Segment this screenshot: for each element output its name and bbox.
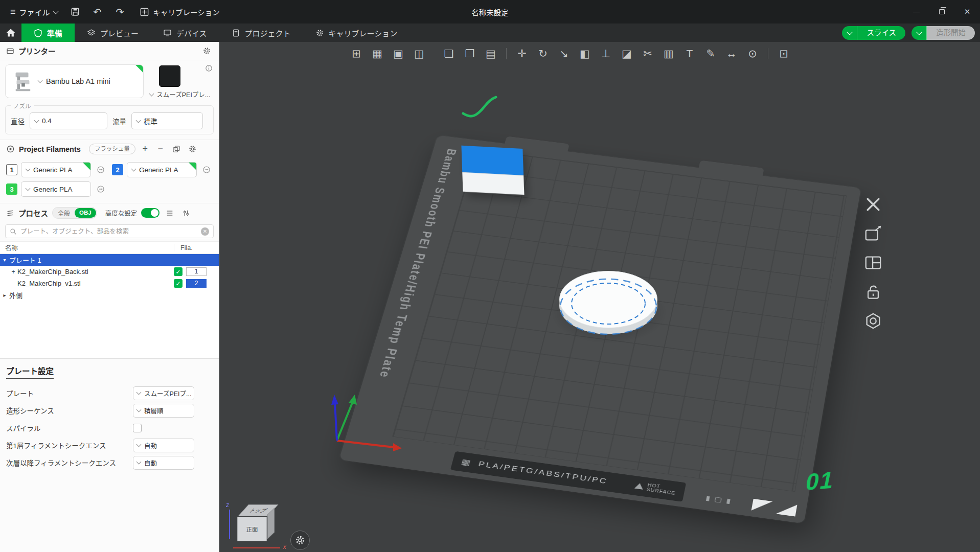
model-flag-chip[interactable] <box>461 146 524 195</box>
lay-flat-icon[interactable]: ⊥ <box>596 44 616 63</box>
row-plate-1[interactable]: ▾ プレート 1 <box>0 254 219 266</box>
seam-icon[interactable]: ⊙ <box>743 44 762 63</box>
filament-2-index[interactable]: 2 <box>112 164 123 175</box>
cut-icon[interactable]: ✂ <box>638 44 657 63</box>
paste-icon[interactable]: ❐ <box>460 44 480 63</box>
add-icon[interactable]: ⊞ <box>347 44 366 63</box>
measure-icon[interactable]: ↔ <box>722 44 741 63</box>
advanced-settings-toggle[interactable] <box>141 208 159 218</box>
row-object-back[interactable]: + K2_MakerChip_Back.stl ✓ 1 <box>0 266 219 278</box>
scope-objects[interactable]: OBJ <box>75 208 96 218</box>
expand-icon[interactable]: + <box>9 268 17 275</box>
first-layer-sequence-select[interactable]: 自動 <box>133 439 194 452</box>
sync-filaments-button[interactable] <box>170 143 183 155</box>
caret-down-icon[interactable]: ▾ <box>0 257 9 263</box>
plate-corner-icons: ▮ ▢ ▮ <box>705 494 732 505</box>
plate-type-select[interactable]: スムーズPEIプ... <box>133 386 194 400</box>
tab-device[interactable]: デバイス <box>151 24 219 42</box>
flow-select[interactable]: 標準 <box>131 112 203 129</box>
print-dropdown[interactable] <box>911 26 927 40</box>
row-group-outer[interactable]: ▸ 外側 <box>0 289 219 301</box>
mirror-icon[interactable]: ◧ <box>575 44 595 63</box>
add-plate-icon[interactable]: ▦ <box>368 44 387 63</box>
filament-2-select[interactable]: Generic PLA <box>127 162 197 177</box>
filament-2-edit-button[interactable] <box>200 164 213 176</box>
assembly-view-icon[interactable]: ⊡ <box>774 44 793 63</box>
print-button[interactable]: 造形開始 <box>911 26 975 40</box>
navcube-front-face[interactable]: 正面 <box>237 517 267 541</box>
toolbar-divider <box>506 48 507 59</box>
parameter-list-button[interactable] <box>164 207 176 219</box>
scale-icon[interactable]: ↘ <box>554 44 574 63</box>
scope-global[interactable]: 全般 <box>53 209 75 217</box>
minimize-button[interactable] <box>903 0 929 24</box>
add-filament-button[interactable]: + <box>140 144 151 154</box>
chevron-down-icon <box>847 29 852 35</box>
filament-settings-button[interactable] <box>187 143 199 155</box>
chevron-down-icon <box>34 118 39 123</box>
sync-plates-icon <box>172 145 180 153</box>
slice-dropdown[interactable] <box>842 26 857 40</box>
viewport-settings-button[interactable] <box>290 531 310 550</box>
variable-layer-icon[interactable]: ▥ <box>659 44 678 63</box>
filament-1-select[interactable]: Generic PLA <box>21 162 91 177</box>
auto-orient-plate-button[interactable] <box>861 221 885 246</box>
auto-orient-icon[interactable]: ▣ <box>389 44 408 63</box>
process-scope-toggle[interactable]: 全般 OBJ <box>52 207 97 219</box>
save-button[interactable] <box>65 3 85 20</box>
filament-3-select[interactable]: Generic PLA <box>21 181 91 197</box>
split-icon[interactable]: ◪ <box>617 44 636 63</box>
print-sequence-select[interactable]: 積層順 <box>133 404 194 418</box>
move-icon[interactable]: ✛ <box>512 44 532 63</box>
caret-right-icon[interactable]: ▸ <box>0 292 9 298</box>
filament-assignment[interactable]: 1 <box>186 267 207 276</box>
remove-filament-button[interactable]: − <box>155 144 166 154</box>
tab-prepare[interactable]: 準備 <box>21 24 75 42</box>
clear-search-button[interactable]: ✕ <box>201 227 209 236</box>
tab-calibration[interactable]: キャリブレーション <box>303 24 410 42</box>
redo-button[interactable]: ↷ <box>110 3 130 20</box>
filament-1-index[interactable]: 1 <box>6 164 17 175</box>
row-object-v1[interactable]: K2_MakerChip_v1.stl ✓ 2 <box>0 278 219 289</box>
restore-button[interactable] <box>929 0 954 24</box>
delete-plate-button[interactable] <box>861 192 885 217</box>
viewport-toolbar: ⊞ ▦ ▣ ◫ ❏ ❐ ▤ ✛ ↻ ↘ ◧ ⊥ ◪ ✂ ▥ T ✎ ↔ ⊙ ⊡ <box>347 44 793 63</box>
text-icon[interactable]: T <box>680 44 699 63</box>
filament-3-index[interactable]: 3 <box>6 183 17 195</box>
filament-assignment[interactable]: 2 <box>186 279 207 288</box>
nozzle-diameter-select[interactable]: 0.4 <box>30 112 107 129</box>
lock-plate-button[interactable] <box>861 280 885 304</box>
copy-icon[interactable]: ❏ <box>439 44 459 63</box>
axis-z-label: z <box>226 501 229 509</box>
import-icon[interactable]: ▤ <box>481 44 500 63</box>
filament-3-edit-button[interactable] <box>95 183 107 195</box>
rotate-icon[interactable]: ↻ <box>533 44 553 63</box>
flush-volume-button[interactable]: フラッシュ量 <box>89 144 135 154</box>
home-button[interactable] <box>0 24 21 42</box>
visibility-checkbox[interactable]: ✓ <box>174 267 183 276</box>
printer-selector[interactable]: Bambu Lab A1 mini <box>5 64 144 98</box>
titlebar-calibration-button[interactable]: キャリブレーション <box>132 7 227 17</box>
tune-button[interactable] <box>180 207 192 219</box>
file-menu-button[interactable]: ≡ ファイル <box>5 4 63 20</box>
split-objects-icon[interactable]: ◫ <box>409 44 429 63</box>
arrange-plate-button[interactable] <box>861 250 885 275</box>
undo-button[interactable]: ↶ <box>87 3 108 20</box>
visibility-checkbox[interactable]: ✓ <box>174 279 183 288</box>
close-button[interactable]: ✕ <box>954 0 980 24</box>
spiral-checkbox[interactable] <box>133 424 142 432</box>
setting-row-sequence: 造形シーケンス 積層順 <box>0 402 219 419</box>
build-plate-selector[interactable]: スムーズPEIプレ... <box>150 64 214 99</box>
monitor-icon <box>163 29 172 37</box>
slice-button[interactable]: スライス <box>842 26 905 40</box>
tab-preview[interactable]: プレビュー <box>75 24 151 42</box>
other-layers-sequence-select[interactable]: 自動 <box>133 456 194 470</box>
filament-1-edit-button[interactable] <box>95 164 107 176</box>
info-icon[interactable] <box>205 64 213 74</box>
axis-x-label: x <box>283 543 286 550</box>
plate-settings-button[interactable] <box>861 309 885 333</box>
search-input[interactable] <box>20 228 197 235</box>
printer-settings-button[interactable] <box>200 45 213 57</box>
tab-project[interactable]: プロジェクト <box>219 24 303 42</box>
paint-icon[interactable]: ✎ <box>701 44 720 63</box>
